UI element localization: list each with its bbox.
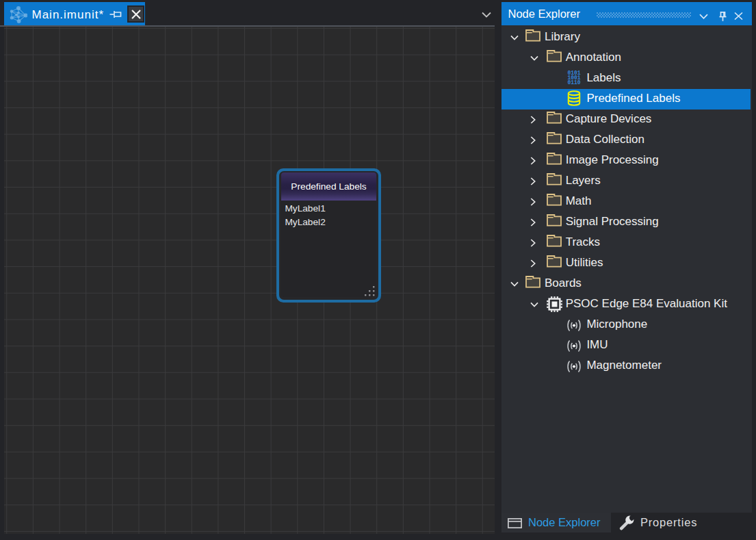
svg-text:0110: 0110 (568, 79, 581, 84)
